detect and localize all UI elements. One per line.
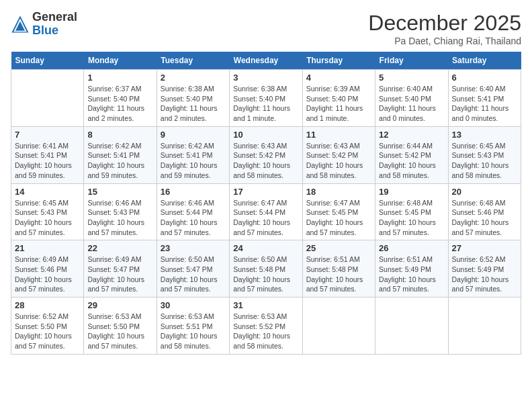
calendar-day-cell: 11Sunrise: 6:43 AM Sunset: 5:42 PM Dayli… bbox=[302, 126, 375, 183]
day-info: Sunrise: 6:38 AM Sunset: 5:40 PM Dayligh… bbox=[233, 84, 298, 124]
calendar-day-cell: 28Sunrise: 6:52 AM Sunset: 5:50 PM Dayli… bbox=[11, 298, 84, 355]
calendar-day-cell: 17Sunrise: 6:47 AM Sunset: 5:44 PM Dayli… bbox=[230, 183, 302, 240]
day-number: 31 bbox=[233, 300, 298, 310]
day-number: 22 bbox=[87, 243, 152, 253]
day-info: Sunrise: 6:49 AM Sunset: 5:47 PM Dayligh… bbox=[87, 255, 152, 294]
logo-blue: Blue bbox=[32, 24, 77, 38]
calendar-day-cell bbox=[302, 298, 375, 355]
day-info: Sunrise: 6:53 AM Sunset: 5:51 PM Dayligh… bbox=[161, 312, 226, 351]
day-number: 12 bbox=[379, 130, 444, 140]
calendar-day-cell: 7Sunrise: 6:41 AM Sunset: 5:41 PM Daylig… bbox=[11, 126, 84, 183]
day-info: Sunrise: 6:45 AM Sunset: 5:43 PM Dayligh… bbox=[452, 141, 517, 181]
day-info: Sunrise: 6:53 AM Sunset: 5:50 PM Dayligh… bbox=[87, 312, 152, 351]
calendar-day-cell: 22Sunrise: 6:49 AM Sunset: 5:47 PM Dayli… bbox=[84, 240, 157, 298]
day-info: Sunrise: 6:37 AM Sunset: 5:40 PM Dayligh… bbox=[87, 84, 152, 124]
day-info: Sunrise: 6:47 AM Sunset: 5:44 PM Dayligh… bbox=[233, 198, 298, 238]
day-number: 27 bbox=[452, 243, 517, 253]
weekday-header: Wednesday bbox=[230, 52, 302, 70]
day-number: 17 bbox=[233, 187, 298, 197]
day-info: Sunrise: 6:48 AM Sunset: 5:45 PM Dayligh… bbox=[379, 198, 444, 238]
calendar-day-cell: 10Sunrise: 6:43 AM Sunset: 5:42 PM Dayli… bbox=[230, 126, 302, 183]
calendar-day-cell: 1Sunrise: 6:37 AM Sunset: 5:40 PM Daylig… bbox=[84, 70, 157, 127]
calendar-day-cell: 8Sunrise: 6:42 AM Sunset: 5:41 PM Daylig… bbox=[84, 126, 157, 183]
calendar-week-row: 14Sunrise: 6:45 AM Sunset: 5:43 PM Dayli… bbox=[11, 183, 521, 240]
calendar-table: SundayMondayTuesdayWednesdayThursdayFrid… bbox=[11, 52, 521, 355]
calendar-day-cell: 24Sunrise: 6:50 AM Sunset: 5:48 PM Dayli… bbox=[230, 240, 302, 298]
calendar-day-cell: 31Sunrise: 6:53 AM Sunset: 5:52 PM Dayli… bbox=[230, 298, 302, 355]
day-info: Sunrise: 6:53 AM Sunset: 5:52 PM Dayligh… bbox=[233, 312, 298, 351]
day-info: Sunrise: 6:40 AM Sunset: 5:40 PM Dayligh… bbox=[379, 84, 444, 124]
day-info: Sunrise: 6:47 AM Sunset: 5:45 PM Dayligh… bbox=[306, 198, 371, 238]
day-number: 9 bbox=[161, 130, 226, 140]
day-number: 23 bbox=[161, 243, 226, 253]
day-info: Sunrise: 6:50 AM Sunset: 5:48 PM Dayligh… bbox=[233, 255, 298, 294]
calendar-day-cell: 4Sunrise: 6:39 AM Sunset: 5:40 PM Daylig… bbox=[302, 70, 375, 127]
calendar-day-cell: 18Sunrise: 6:47 AM Sunset: 5:45 PM Dayli… bbox=[302, 183, 375, 240]
logo: General Blue bbox=[11, 11, 77, 38]
day-number: 20 bbox=[452, 187, 517, 197]
calendar-week-row: 7Sunrise: 6:41 AM Sunset: 5:41 PM Daylig… bbox=[11, 126, 521, 183]
calendar-day-cell: 20Sunrise: 6:48 AM Sunset: 5:46 PM Dayli… bbox=[448, 183, 521, 240]
day-info: Sunrise: 6:49 AM Sunset: 5:46 PM Dayligh… bbox=[15, 255, 80, 294]
day-number: 16 bbox=[161, 187, 226, 197]
title-block: December 2025 Pa Daet, Chiang Rai, Thail… bbox=[368, 11, 521, 46]
logo-text: General Blue bbox=[32, 11, 77, 38]
day-info: Sunrise: 6:43 AM Sunset: 5:42 PM Dayligh… bbox=[306, 141, 371, 181]
calendar-day-cell: 14Sunrise: 6:45 AM Sunset: 5:43 PM Dayli… bbox=[11, 183, 84, 240]
day-number: 30 bbox=[161, 300, 226, 310]
day-number: 13 bbox=[452, 130, 517, 140]
calendar-day-cell: 13Sunrise: 6:45 AM Sunset: 5:43 PM Dayli… bbox=[448, 126, 521, 183]
day-info: Sunrise: 6:44 AM Sunset: 5:42 PM Dayligh… bbox=[379, 141, 444, 181]
calendar-day-cell: 23Sunrise: 6:50 AM Sunset: 5:47 PM Dayli… bbox=[157, 240, 229, 298]
day-info: Sunrise: 6:51 AM Sunset: 5:49 PM Dayligh… bbox=[379, 255, 444, 294]
calendar-day-cell: 21Sunrise: 6:49 AM Sunset: 5:46 PM Dayli… bbox=[11, 240, 84, 298]
calendar-day-cell: 19Sunrise: 6:48 AM Sunset: 5:45 PM Dayli… bbox=[375, 183, 448, 240]
page-header: General Blue December 2025 Pa Daet, Chia… bbox=[11, 11, 521, 46]
weekday-header-row: SundayMondayTuesdayWednesdayThursdayFrid… bbox=[11, 52, 521, 70]
day-number: 1 bbox=[87, 73, 152, 83]
day-number: 6 bbox=[452, 73, 517, 83]
day-number: 10 bbox=[233, 130, 298, 140]
day-info: Sunrise: 6:46 AM Sunset: 5:44 PM Dayligh… bbox=[161, 198, 226, 238]
weekday-header: Thursday bbox=[302, 52, 375, 70]
calendar-day-cell: 15Sunrise: 6:46 AM Sunset: 5:43 PM Dayli… bbox=[84, 183, 157, 240]
calendar-week-row: 1Sunrise: 6:37 AM Sunset: 5:40 PM Daylig… bbox=[11, 70, 521, 127]
day-number: 18 bbox=[306, 187, 371, 197]
weekday-header: Sunday bbox=[11, 52, 84, 70]
day-number: 3 bbox=[233, 73, 298, 83]
day-number: 4 bbox=[306, 73, 371, 83]
logo-icon bbox=[11, 15, 30, 34]
day-info: Sunrise: 6:41 AM Sunset: 5:41 PM Dayligh… bbox=[15, 141, 80, 181]
day-info: Sunrise: 6:46 AM Sunset: 5:43 PM Dayligh… bbox=[87, 198, 152, 238]
day-info: Sunrise: 6:43 AM Sunset: 5:42 PM Dayligh… bbox=[233, 141, 298, 181]
calendar-day-cell: 26Sunrise: 6:51 AM Sunset: 5:49 PM Dayli… bbox=[375, 240, 448, 298]
day-number: 5 bbox=[379, 73, 444, 83]
calendar-day-cell: 16Sunrise: 6:46 AM Sunset: 5:44 PM Dayli… bbox=[157, 183, 229, 240]
weekday-header: Friday bbox=[375, 52, 448, 70]
day-number: 8 bbox=[87, 130, 152, 140]
calendar-day-cell: 2Sunrise: 6:38 AM Sunset: 5:40 PM Daylig… bbox=[157, 70, 229, 127]
weekday-header: Tuesday bbox=[157, 52, 229, 70]
calendar-day-cell: 27Sunrise: 6:52 AM Sunset: 5:49 PM Dayli… bbox=[448, 240, 521, 298]
weekday-header: Monday bbox=[84, 52, 157, 70]
weekday-header: Saturday bbox=[448, 52, 521, 70]
day-number: 21 bbox=[15, 243, 80, 253]
day-number: 2 bbox=[161, 73, 226, 83]
day-number: 19 bbox=[379, 187, 444, 197]
day-info: Sunrise: 6:50 AM Sunset: 5:47 PM Dayligh… bbox=[161, 255, 226, 294]
day-number: 25 bbox=[306, 243, 371, 253]
day-info: Sunrise: 6:38 AM Sunset: 5:40 PM Dayligh… bbox=[161, 84, 226, 124]
day-info: Sunrise: 6:42 AM Sunset: 5:41 PM Dayligh… bbox=[87, 141, 152, 181]
calendar-day-cell: 30Sunrise: 6:53 AM Sunset: 5:51 PM Dayli… bbox=[157, 298, 229, 355]
day-info: Sunrise: 6:42 AM Sunset: 5:41 PM Dayligh… bbox=[161, 141, 226, 181]
day-number: 14 bbox=[15, 187, 80, 197]
calendar-week-row: 21Sunrise: 6:49 AM Sunset: 5:46 PM Dayli… bbox=[11, 240, 521, 298]
day-info: Sunrise: 6:39 AM Sunset: 5:40 PM Dayligh… bbox=[306, 84, 371, 124]
day-info: Sunrise: 6:45 AM Sunset: 5:43 PM Dayligh… bbox=[15, 198, 80, 238]
calendar-day-cell: 3Sunrise: 6:38 AM Sunset: 5:40 PM Daylig… bbox=[230, 70, 302, 127]
calendar-day-cell: 5Sunrise: 6:40 AM Sunset: 5:40 PM Daylig… bbox=[375, 70, 448, 127]
calendar-day-cell bbox=[375, 298, 448, 355]
day-info: Sunrise: 6:52 AM Sunset: 5:50 PM Dayligh… bbox=[15, 312, 80, 351]
day-info: Sunrise: 6:52 AM Sunset: 5:49 PM Dayligh… bbox=[452, 255, 517, 294]
calendar-day-cell: 25Sunrise: 6:51 AM Sunset: 5:48 PM Dayli… bbox=[302, 240, 375, 298]
